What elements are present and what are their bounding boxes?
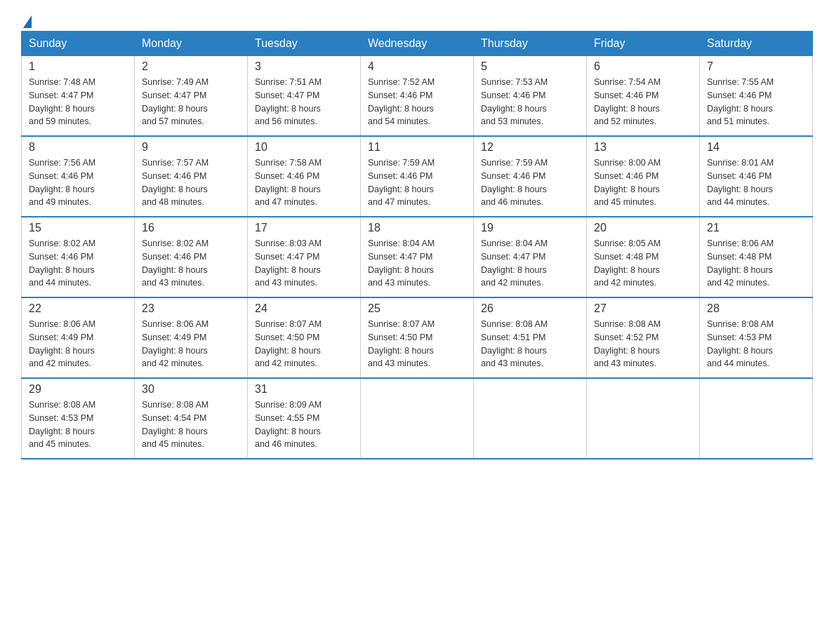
calendar-cell: 14 Sunrise: 8:01 AMSunset: 4:46 PMDaylig… (700, 136, 813, 217)
day-number: 22 (29, 302, 127, 315)
calendar-cell: 12 Sunrise: 7:59 AMSunset: 4:46 PMDaylig… (474, 136, 587, 217)
day-detail: Sunrise: 7:57 AMSunset: 4:46 PMDaylight:… (142, 158, 208, 207)
day-detail: Sunrise: 8:08 AMSunset: 4:53 PMDaylight:… (707, 319, 774, 368)
day-detail: Sunrise: 8:01 AMSunset: 4:46 PMDaylight:… (707, 158, 774, 207)
day-detail: Sunrise: 8:08 AMSunset: 4:51 PMDaylight:… (481, 319, 548, 368)
logo (21, 14, 32, 24)
calendar-cell: 6 Sunrise: 7:54 AMSunset: 4:46 PMDayligh… (587, 56, 700, 137)
weekday-header-wednesday: Wednesday (361, 32, 474, 56)
calendar-cell: 2 Sunrise: 7:49 AMSunset: 4:47 PMDayligh… (135, 56, 248, 137)
day-detail: Sunrise: 7:53 AMSunset: 4:46 PMDaylight:… (481, 77, 548, 126)
day-number: 4 (368, 60, 466, 73)
logo-triangle-icon (23, 15, 32, 28)
day-number: 7 (707, 60, 805, 73)
calendar-week-row: 8 Sunrise: 7:56 AMSunset: 4:46 PMDayligh… (22, 136, 813, 217)
day-number: 21 (707, 222, 805, 234)
weekday-header-tuesday: Tuesday (248, 32, 361, 56)
day-detail: Sunrise: 8:08 AMSunset: 4:54 PMDaylight:… (142, 400, 208, 449)
day-number: 28 (707, 302, 805, 315)
calendar-cell (474, 378, 587, 459)
calendar-cell: 28 Sunrise: 8:08 AMSunset: 4:53 PMDaylig… (700, 297, 813, 378)
calendar-cell: 31 Sunrise: 8:09 AMSunset: 4:55 PMDaylig… (248, 378, 361, 459)
weekday-header-thursday: Thursday (474, 32, 587, 56)
day-number: 3 (255, 60, 353, 73)
day-number: 5 (481, 60, 579, 73)
calendar-cell: 11 Sunrise: 7:59 AMSunset: 4:46 PMDaylig… (361, 136, 474, 217)
calendar-cell: 17 Sunrise: 8:03 AMSunset: 4:47 PMDaylig… (248, 217, 361, 297)
calendar-cell: 1 Sunrise: 7:48 AMSunset: 4:47 PMDayligh… (22, 56, 135, 137)
day-detail: Sunrise: 8:09 AMSunset: 4:55 PMDaylight:… (255, 400, 322, 449)
day-number: 29 (29, 383, 127, 396)
day-detail: Sunrise: 8:02 AMSunset: 4:46 PMDaylight:… (142, 239, 208, 288)
day-detail: Sunrise: 7:52 AMSunset: 4:46 PMDaylight:… (368, 77, 435, 126)
calendar-cell: 18 Sunrise: 8:04 AMSunset: 4:47 PMDaylig… (361, 217, 474, 297)
day-number: 26 (481, 302, 579, 315)
calendar-cell (587, 378, 700, 459)
calendar-cell: 23 Sunrise: 8:06 AMSunset: 4:49 PMDaylig… (135, 297, 248, 378)
day-detail: Sunrise: 8:06 AMSunset: 4:49 PMDaylight:… (142, 319, 208, 368)
day-number: 6 (594, 60, 692, 73)
day-detail: Sunrise: 7:51 AMSunset: 4:47 PMDaylight:… (255, 77, 322, 126)
calendar-cell: 27 Sunrise: 8:08 AMSunset: 4:52 PMDaylig… (587, 297, 700, 378)
day-detail: Sunrise: 8:06 AMSunset: 4:48 PMDaylight:… (707, 239, 774, 288)
calendar-cell: 3 Sunrise: 7:51 AMSunset: 4:47 PMDayligh… (248, 56, 361, 137)
day-number: 11 (368, 141, 466, 154)
day-detail: Sunrise: 7:55 AMSunset: 4:46 PMDaylight:… (707, 77, 774, 126)
day-number: 2 (142, 60, 240, 73)
calendar-cell: 29 Sunrise: 8:08 AMSunset: 4:53 PMDaylig… (22, 378, 135, 459)
calendar-cell: 26 Sunrise: 8:08 AMSunset: 4:51 PMDaylig… (474, 297, 587, 378)
day-number: 17 (255, 222, 353, 234)
day-detail: Sunrise: 8:06 AMSunset: 4:49 PMDaylight:… (29, 319, 95, 368)
calendar-body: 1 Sunrise: 7:48 AMSunset: 4:47 PMDayligh… (22, 56, 813, 459)
calendar-header: SundayMondayTuesdayWednesdayThursdayFrid… (22, 32, 813, 56)
calendar-cell: 25 Sunrise: 8:07 AMSunset: 4:50 PMDaylig… (361, 297, 474, 378)
calendar-cell: 15 Sunrise: 8:02 AMSunset: 4:46 PMDaylig… (22, 217, 135, 297)
day-number: 1 (29, 60, 127, 73)
weekday-header-row: SundayMondayTuesdayWednesdayThursdayFrid… (22, 32, 813, 56)
day-detail: Sunrise: 8:02 AMSunset: 4:46 PMDaylight:… (29, 239, 95, 288)
day-number: 16 (142, 222, 240, 234)
day-detail: Sunrise: 8:05 AMSunset: 4:48 PMDaylight:… (594, 239, 661, 288)
calendar-cell: 8 Sunrise: 7:56 AMSunset: 4:46 PMDayligh… (22, 136, 135, 217)
calendar-cell (700, 378, 813, 459)
calendar-week-row: 22 Sunrise: 8:06 AMSunset: 4:49 PMDaylig… (22, 297, 813, 378)
weekday-header-saturday: Saturday (700, 32, 813, 56)
day-number: 19 (481, 222, 579, 234)
day-number: 20 (594, 222, 692, 234)
weekday-header-friday: Friday (587, 32, 700, 56)
day-number: 23 (142, 302, 240, 315)
day-number: 27 (594, 302, 692, 315)
day-number: 10 (255, 141, 353, 154)
calendar-cell: 20 Sunrise: 8:05 AMSunset: 4:48 PMDaylig… (587, 217, 700, 297)
day-detail: Sunrise: 7:58 AMSunset: 4:46 PMDaylight:… (255, 158, 322, 207)
day-detail: Sunrise: 7:48 AMSunset: 4:47 PMDaylight:… (29, 77, 95, 126)
calendar-cell: 19 Sunrise: 8:04 AMSunset: 4:47 PMDaylig… (474, 217, 587, 297)
day-detail: Sunrise: 7:59 AMSunset: 4:46 PMDaylight:… (481, 158, 548, 207)
weekday-header-monday: Monday (135, 32, 248, 56)
calendar-table: SundayMondayTuesdayWednesdayThursdayFrid… (21, 31, 813, 459)
day-detail: Sunrise: 8:08 AMSunset: 4:53 PMDaylight:… (29, 400, 95, 449)
calendar-cell: 16 Sunrise: 8:02 AMSunset: 4:46 PMDaylig… (135, 217, 248, 297)
calendar-cell: 7 Sunrise: 7:55 AMSunset: 4:46 PMDayligh… (700, 56, 813, 137)
calendar-cell: 13 Sunrise: 8:00 AMSunset: 4:46 PMDaylig… (587, 136, 700, 217)
day-number: 24 (255, 302, 353, 315)
day-detail: Sunrise: 8:04 AMSunset: 4:47 PMDaylight:… (368, 239, 435, 288)
calendar-cell: 24 Sunrise: 8:07 AMSunset: 4:50 PMDaylig… (248, 297, 361, 378)
weekday-header-sunday: Sunday (22, 32, 135, 56)
day-detail: Sunrise: 8:08 AMSunset: 4:52 PMDaylight:… (594, 319, 661, 368)
day-number: 14 (707, 141, 805, 154)
calendar-week-row: 1 Sunrise: 7:48 AMSunset: 4:47 PMDayligh… (22, 56, 813, 137)
day-detail: Sunrise: 8:07 AMSunset: 4:50 PMDaylight:… (368, 319, 435, 368)
calendar-cell: 9 Sunrise: 7:57 AMSunset: 4:46 PMDayligh… (135, 136, 248, 217)
day-number: 31 (255, 383, 353, 396)
day-number: 30 (142, 383, 240, 396)
day-number: 13 (594, 141, 692, 154)
calendar-week-row: 15 Sunrise: 8:02 AMSunset: 4:46 PMDaylig… (22, 217, 813, 297)
day-number: 25 (368, 302, 466, 315)
calendar-cell: 4 Sunrise: 7:52 AMSunset: 4:46 PMDayligh… (361, 56, 474, 137)
day-detail: Sunrise: 8:00 AMSunset: 4:46 PMDaylight:… (594, 158, 661, 207)
day-detail: Sunrise: 7:54 AMSunset: 4:46 PMDaylight:… (594, 77, 661, 126)
calendar-cell: 21 Sunrise: 8:06 AMSunset: 4:48 PMDaylig… (700, 217, 813, 297)
day-number: 9 (142, 141, 240, 154)
day-detail: Sunrise: 7:49 AMSunset: 4:47 PMDaylight:… (142, 77, 208, 126)
